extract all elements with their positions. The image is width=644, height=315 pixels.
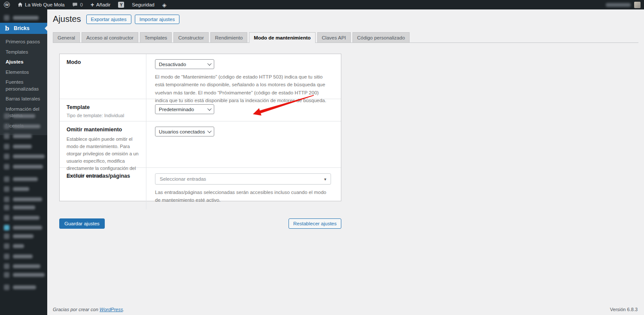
modo-label: Modo [67, 59, 139, 65]
import-settings-button[interactable]: Importar ajustes [135, 15, 179, 24]
tab-general[interactable]: General [53, 32, 80, 42]
sidebar-item-redacted[interactable] [4, 284, 47, 291]
save-settings-button[interactable]: Guardar ajustes [59, 218, 105, 229]
omitir-label: Omitir mantenimiento [67, 127, 139, 133]
settings-panel: Modo Desactivado El modo de “Mantenimien… [59, 54, 341, 201]
yoast-seo-menu[interactable]: Y [114, 0, 128, 9]
tab-acceso-al-constructor[interactable]: Acceso al constructor [82, 32, 138, 42]
site-name-link[interactable]: La Web Que Mola [14, 0, 68, 9]
diamond-icon: ◈ [162, 2, 167, 8]
menu-icon-redacted [4, 15, 9, 21]
modo-select-value: Desactivado [159, 62, 186, 67]
setting-row-omitir-mantenimiento: Omitir mantenimiento Establece quién pue… [60, 121, 341, 168]
tab-codigo-personalizado[interactable]: Código personalizado [352, 32, 410, 42]
sidebar-item-redacted[interactable] [4, 176, 47, 183]
home-icon [18, 2, 23, 7]
wordpress-link[interactable]: WordPress [100, 307, 123, 312]
modo-select[interactable]: Desactivado [155, 59, 214, 69]
sidebar-item-bricks[interactable]: b Bricks [0, 23, 47, 34]
template-select-value: Predeterminado [159, 107, 194, 112]
sidebar-item-redacted[interactable] [4, 143, 47, 150]
chevron-down-icon [207, 106, 212, 111]
tab-constructor[interactable]: Constructor [173, 32, 208, 42]
export-settings-button[interactable]: Exportar ajustes [86, 15, 131, 24]
wp-logo-menu[interactable]: W [0, 0, 14, 9]
excluir-entradas-multiselect[interactable]: Seleccionar entradas ▾ [155, 173, 331, 185]
sidebar-item-redacted[interactable] [4, 196, 47, 203]
omitir-select[interactable]: Usuarios conectados [155, 127, 214, 136]
gem-plugin-menu[interactable]: ◈ [158, 0, 170, 9]
sidebar-item-fuentes-personalizadas[interactable]: Fuentes personalizadas [0, 77, 47, 94]
main-content: Ajustes Exportar ajustes Importar ajuste… [47, 9, 644, 315]
sidebar-item-ajustes[interactable]: Ajustes [0, 57, 47, 67]
chevron-down-icon [207, 61, 212, 66]
security-label: Seguridad [132, 2, 154, 7]
admin-bar: W La Web Que Mola 0 + Añadir Y Seguridad… [0, 0, 644, 9]
sidebar-item-redacted[interactable] [4, 233, 47, 240]
excluir-placeholder: Seleccionar entradas [160, 176, 206, 182]
sidebar-item-redacted[interactable] [4, 253, 47, 260]
reset-settings-button[interactable]: Restablecer ajustes [289, 218, 341, 229]
template-label: Template [67, 104, 139, 110]
setting-row-excluir-entradas: Excluir entradas/páginas Seleccionar ent… [60, 168, 341, 201]
footer-thanks: Gracias por crear con WordPress. [53, 307, 124, 312]
wordpress-logo-icon: W [4, 2, 10, 8]
template-select[interactable]: Predeterminado [155, 104, 214, 114]
yoast-icon: Y [118, 2, 124, 8]
tab-modo-de-mantenimiento[interactable]: Modo de mantenimiento [249, 32, 315, 43]
sidebar-item-elementos[interactable]: Elementos [0, 67, 47, 78]
comments-count: 0 [80, 2, 82, 7]
sidebar-item-redacted[interactable] [4, 123, 47, 130]
excluir-description: Las entradas/páginas seleccionadas serán… [155, 188, 328, 204]
admin-sidebar: b Bricks Primeros pasos Templates Ajuste… [0, 9, 47, 315]
tab-claves-api[interactable]: Claves API [317, 32, 351, 42]
template-sublabel: Tipo de template: Individual [67, 113, 139, 118]
sidebar-item-redacted[interactable] [4, 242, 47, 250]
settings-tabs: General Acceso al constructor Templates … [53, 32, 410, 43]
sidebar-item-redacted[interactable] [4, 263, 47, 270]
user-name-redacted[interactable] [606, 3, 631, 7]
omitir-select-value: Usuarios conectados [159, 129, 205, 134]
new-content-label: Añadir [96, 2, 110, 7]
sidebar-item-redacted[interactable] [4, 112, 47, 120]
bricks-label: Bricks [14, 25, 30, 31]
setting-row-modo: Modo Desactivado El modo de “Mantenimien… [60, 54, 341, 99]
sidebar-item-redacted[interactable] [4, 204, 47, 211]
tab-templates[interactable]: Templates [140, 32, 172, 42]
security-menu[interactable]: Seguridad [128, 0, 158, 9]
excluir-label: Excluir entradas/páginas [67, 173, 139, 179]
dropdown-arrow-icon: ▾ [324, 177, 326, 182]
footer-version: Versión 6.8.3 [610, 307, 638, 312]
sidebar-item-redacted[interactable] [4, 224, 47, 231]
new-content-menu[interactable]: + Añadir [87, 0, 114, 9]
plus-icon: + [91, 2, 94, 8]
sidebar-item-templates[interactable]: Templates [0, 47, 47, 58]
page-title: Ajustes [53, 14, 81, 24]
comment-icon [72, 2, 78, 7]
sidebar-item-primeros-pasos[interactable]: Primeros pasos [0, 37, 47, 47]
sidebar-item-redacted[interactable] [4, 163, 47, 170]
comments-link[interactable]: 0 [68, 0, 86, 9]
chevron-down-icon [207, 129, 212, 133]
site-name: La Web Que Mola [25, 2, 64, 7]
sidebar-item-redacted[interactable] [4, 271, 47, 279]
sidebar-item-redacted[interactable] [4, 133, 47, 140]
setting-row-template: Template Tipo de template: Individual Pr… [60, 99, 341, 121]
sidebar-item-redacted[interactable] [4, 153, 47, 160]
sidebar-redacted-menu [0, 112, 47, 294]
sidebar-item-barras-laterales[interactable]: Barras laterales [0, 94, 47, 104]
sidebar-item-redacted[interactable] [4, 185, 47, 193]
tab-rendimiento[interactable]: Rendimiento [210, 32, 248, 42]
user-avatar[interactable] [634, 2, 641, 8]
sidebar-item-redacted[interactable] [0, 13, 47, 22]
bricks-logo-icon: b [4, 25, 10, 32]
sidebar-item-redacted[interactable] [4, 214, 47, 221]
